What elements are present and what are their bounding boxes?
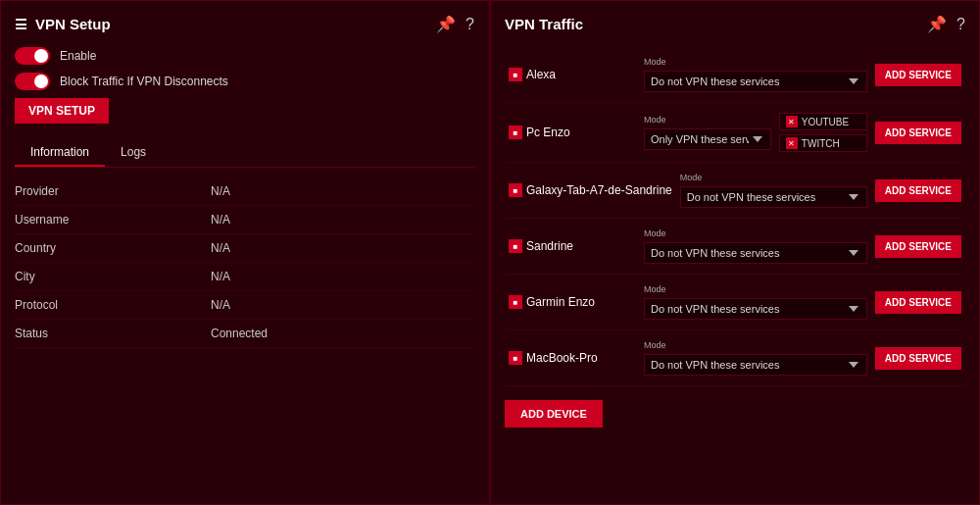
device-name-4: ■Garmin Enzo [509, 295, 636, 309]
add-service-button-0[interactable]: ADD SERVICE [875, 64, 961, 86]
mode-section-2: ModeDo not VPN these servicesOnly VPN th… [680, 173, 867, 208]
enable-toggle-knob [34, 49, 48, 63]
mode-label-5: Mode [644, 340, 867, 350]
enable-toggle-label: Enable [60, 49, 96, 63]
vpn-setup-panel: ☰ VPN Setup 📌 ? Enable Block Traffic If … [0, 0, 490, 505]
info-key-city: City [15, 270, 211, 283]
device-row: ■AlexaModeDo not VPN these servicesOnly … [505, 47, 965, 103]
mode-section-3: ModeDo not VPN these servicesOnly VPN th… [644, 228, 867, 264]
mode-select-4[interactable]: Do not VPN these servicesOnly VPN these … [644, 298, 867, 320]
service-tag: ✕YOUTUBE [779, 113, 867, 130]
device-name-2: ■Galaxy-Tab-A7-de-Sandrine [509, 183, 672, 197]
mode-label-3: Mode [644, 228, 867, 238]
device-icon-3: ■ [509, 239, 522, 253]
tab-information[interactable]: Information [15, 139, 105, 167]
info-val-status: Connected [211, 327, 268, 340]
left-title-text: VPN Setup [35, 16, 111, 32]
mode-select-0[interactable]: Do not VPN these servicesOnly VPN these … [644, 71, 867, 92]
info-tabs: Information Logs [15, 139, 474, 168]
tab-logs[interactable]: Logs [105, 139, 162, 167]
device-name-0: ■Alexa [509, 68, 636, 81]
mode-select-3[interactable]: Do not VPN these servicesOnly VPN these … [644, 242, 867, 264]
info-row-status: Status Connected [15, 320, 474, 348]
mode-section-4: ModeDo not VPN these servicesOnly VPN th… [644, 284, 867, 320]
right-title-text: VPN Traffic [505, 16, 583, 32]
block-traffic-toggle-row: Block Traffic If VPN Disconnects [15, 73, 474, 90]
add-service-button-3[interactable]: ADD SERVICE [875, 235, 961, 258]
vpn-setup-button[interactable]: VPN SETUP [15, 98, 109, 124]
help-icon-right[interactable]: ? [956, 16, 965, 33]
left-panel-header: ☰ VPN Setup 📌 ? [15, 15, 474, 33]
device-icon-1: ■ [509, 126, 522, 139]
info-val-provider: N/A [211, 184, 230, 198]
device-row: ■Garmin EnzoModeDo not VPN these service… [505, 275, 965, 330]
right-panel-header: VPN Traffic 📌 ? [505, 15, 965, 33]
vpn-traffic-panel: VPN Traffic 📌 ? ■AlexaModeDo not VPN the… [490, 0, 980, 505]
add-service-button-4[interactable]: ADD SERVICE [875, 291, 961, 314]
device-icon-0: ■ [509, 68, 522, 81]
device-icon-5: ■ [509, 351, 522, 365]
right-panel-icons: 📌 ? [927, 15, 965, 33]
info-key-country: Country [15, 241, 211, 255]
add-service-button-1[interactable]: ADD SERVICE [875, 122, 961, 144]
info-val-username: N/A [211, 213, 230, 227]
device-name-1: ■Pc Enzo [509, 126, 636, 139]
add-service-button-2[interactable]: ADD SERVICE [875, 179, 961, 202]
enable-toggle[interactable] [15, 47, 50, 65]
info-val-protocol: N/A [211, 298, 230, 312]
devices-container: ■AlexaModeDo not VPN these servicesOnly … [505, 47, 965, 386]
mode-label-1: Mode [644, 115, 771, 125]
mode-select-1[interactable]: Do not VPN these servicesOnly VPN these … [644, 128, 771, 150]
left-panel-title: ☰ VPN Setup [15, 16, 111, 32]
mode-section-1: ModeDo not VPN these servicesOnly VPN th… [644, 115, 771, 150]
info-key-status: Status [15, 327, 211, 340]
add-device-button[interactable]: ADD DEVICE [505, 400, 603, 428]
mode-section-0: ModeDo not VPN these servicesOnly VPN th… [644, 57, 867, 92]
device-name-5: ■MacBook-Pro [509, 351, 636, 365]
device-row: ■MacBook-ProModeDo not VPN these service… [505, 330, 965, 386]
info-val-country: N/A [211, 241, 230, 255]
info-row-protocol: Protocol N/A [15, 291, 474, 320]
help-icon-left[interactable]: ? [466, 16, 474, 33]
remove-service-icon[interactable]: ✕ [786, 137, 798, 149]
device-row: ■Galaxy-Tab-A7-de-SandrineModeDo not VPN… [505, 163, 965, 219]
right-panel-title: VPN Traffic [505, 16, 583, 32]
info-table: Provider N/A Username N/A Country N/A Ci… [15, 177, 474, 348]
info-row-username: Username N/A [15, 206, 474, 234]
block-traffic-toggle[interactable] [15, 73, 50, 90]
services-column-1: ✕YOUTUBE✕TWITCH [779, 113, 867, 152]
device-row: ■SandrineModeDo not VPN these servicesOn… [505, 219, 965, 275]
enable-toggle-row: Enable [15, 47, 474, 65]
pin-icon-right[interactable]: 📌 [927, 15, 947, 33]
service-tag: ✕TWITCH [779, 134, 867, 152]
info-row-provider: Provider N/A [15, 177, 474, 206]
mode-select-2[interactable]: Do not VPN these servicesOnly VPN these … [680, 186, 867, 208]
block-traffic-toggle-knob [34, 75, 48, 88]
mode-label-2: Mode [680, 173, 867, 182]
info-key-username: Username [15, 213, 211, 227]
device-icon-4: ■ [509, 295, 522, 309]
hamburger-icon[interactable]: ☰ [15, 17, 27, 32]
device-name-3: ■Sandrine [509, 239, 636, 253]
mode-label-4: Mode [644, 284, 867, 294]
block-traffic-toggle-label: Block Traffic If VPN Disconnects [60, 75, 228, 88]
info-key-protocol: Protocol [15, 298, 211, 312]
device-row: ■Pc EnzoModeDo not VPN these servicesOnl… [505, 103, 965, 163]
pin-icon-left[interactable]: 📌 [436, 15, 456, 33]
info-val-city: N/A [211, 270, 230, 283]
info-row-country: Country N/A [15, 234, 474, 263]
mode-select-5[interactable]: Do not VPN these servicesOnly VPN these … [644, 354, 867, 376]
remove-service-icon[interactable]: ✕ [786, 116, 798, 127]
device-icon-2: ■ [509, 183, 522, 197]
add-service-button-5[interactable]: ADD SERVICE [875, 347, 961, 370]
left-panel-icons: 📌 ? [436, 15, 474, 33]
info-key-provider: Provider [15, 184, 211, 198]
mode-section-5: ModeDo not VPN these servicesOnly VPN th… [644, 340, 867, 376]
info-row-city: City N/A [15, 263, 474, 291]
mode-label-0: Mode [644, 57, 867, 67]
